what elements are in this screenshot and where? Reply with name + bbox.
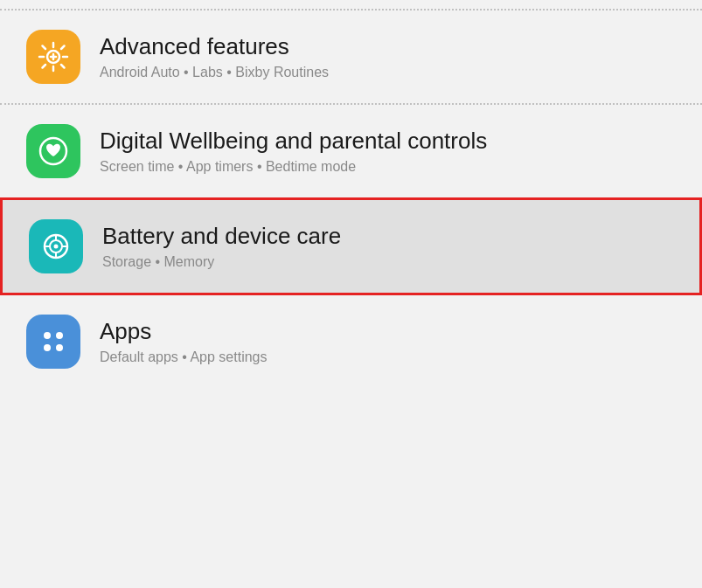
battery-device-care-text: Battery and device care Storage • Memory — [102, 223, 341, 269]
digital-wellbeing-icon-wrapper — [26, 124, 80, 178]
svg-point-6 — [56, 332, 63, 339]
battery-device-care-subtitle: Storage • Memory — [102, 254, 341, 270]
setting-item-battery-device-care[interactable]: Battery and device care Storage • Memory — [0, 197, 702, 295]
svg-point-4 — [54, 245, 59, 249]
digital-wellbeing-title: Digital Wellbeing and parental controls — [100, 128, 487, 155]
settings-list: Advanced features Android Auto • Labs • … — [0, 0, 702, 588]
apps-subtitle: Default apps • App settings — [100, 349, 268, 365]
svg-point-8 — [56, 344, 63, 351]
advanced-features-title: Advanced features — [100, 33, 329, 60]
device-care-icon — [40, 231, 72, 262]
gear-plus-icon — [38, 41, 69, 73]
svg-point-5 — [44, 332, 51, 339]
battery-device-care-title: Battery and device care — [102, 223, 341, 250]
svg-point-7 — [44, 344, 51, 351]
setting-item-advanced-features[interactable]: Advanced features Android Auto • Labs • … — [0, 10, 702, 103]
setting-item-apps[interactable]: Apps Default apps • App settings — [0, 295, 702, 388]
top-spacer — [0, 0, 702, 9]
apps-text: Apps Default apps • App settings — [100, 318, 268, 364]
grid-dots-icon — [38, 326, 69, 357]
digital-wellbeing-text: Digital Wellbeing and parental controls … — [100, 128, 487, 174]
heart-circle-icon — [38, 135, 69, 167]
advanced-features-subtitle: Android Auto • Labs • Bixby Routines — [100, 65, 329, 80]
advanced-features-text: Advanced features Android Auto • Labs • … — [100, 33, 329, 80]
advanced-features-icon-wrapper — [26, 30, 80, 84]
battery-device-care-icon-wrapper — [29, 219, 83, 273]
setting-item-digital-wellbeing[interactable]: Digital Wellbeing and parental controls … — [0, 105, 702, 197]
apps-title: Apps — [100, 318, 268, 345]
digital-wellbeing-subtitle: Screen time • App timers • Bedtime mode — [100, 159, 487, 175]
apps-icon-wrapper — [26, 315, 80, 369]
